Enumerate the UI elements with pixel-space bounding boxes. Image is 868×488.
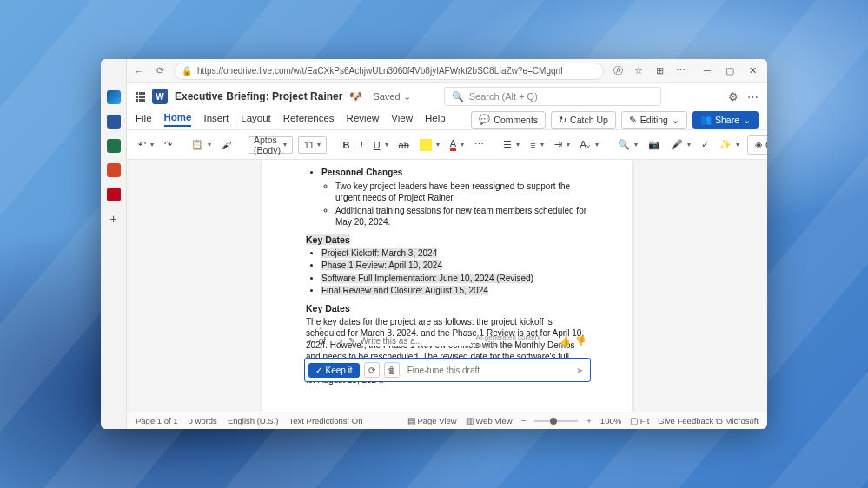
status-predictions[interactable]: Text Predictions: On	[288, 416, 362, 425]
app-word-icon[interactable]	[107, 115, 121, 129]
numbering-icon[interactable]: ≡▾	[527, 138, 546, 152]
tab-insert[interactable]: Insert	[203, 113, 229, 126]
draft-prev-icon[interactable]: <	[309, 337, 314, 346]
back-icon[interactable]: ←	[132, 66, 146, 76]
format-painter-icon[interactable]: 🖌	[219, 138, 234, 152]
app-edge-icon[interactable]	[107, 90, 121, 104]
strikethrough-icon[interactable]: ab	[396, 138, 412, 152]
maximize-icon[interactable]: ▢	[720, 65, 739, 76]
more-title-icon[interactable]: ⋯	[747, 90, 759, 103]
more-browser-icon[interactable]: ⋯	[673, 65, 687, 76]
fit-button[interactable]: ▢ Fit	[630, 416, 649, 425]
more-font-icon[interactable]: ⋯	[472, 137, 487, 152]
dictate-icon[interactable]: 📷	[646, 137, 663, 152]
app-ppt-icon[interactable]	[107, 163, 121, 177]
web-view-button[interactable]: ▥ Web View	[466, 416, 513, 425]
write-as-input[interactable]	[361, 336, 471, 346]
undo-icon[interactable]: ↶▾	[136, 137, 156, 152]
status-lang[interactable]: English (U.S.)	[228, 416, 279, 425]
saved-state[interactable]: Saved ⌄	[373, 91, 410, 102]
page-view-button[interactable]: ▤ Page View	[407, 416, 457, 425]
favorite-icon[interactable]: ☆	[632, 65, 646, 76]
editing-button[interactable]: ✎ Editing ⌄	[621, 111, 687, 129]
mic-icon[interactable]: 🎤▾	[668, 137, 693, 152]
app-excel-icon[interactable]	[107, 139, 121, 153]
tab-review[interactable]: Review	[347, 113, 380, 126]
status-bar: Page 1 of 1 0 words English (U.S.) Text …	[127, 412, 767, 429]
discard-icon[interactable]: 🗑	[384, 362, 400, 378]
font-name-select[interactable]: Aptos (Body)▾	[248, 136, 293, 154]
list-item: Final Review and Closure: August 15, 202…	[321, 286, 488, 295]
app-sidebar: +	[101, 59, 127, 429]
status-words[interactable]: 0 words	[189, 416, 217, 425]
indent-icon[interactable]: ⇥▾	[552, 137, 573, 152]
redo-icon[interactable]: ↷	[162, 137, 175, 152]
doc-title-bar: W Executive Briefing: Project Rainer 🐶 S…	[127, 83, 767, 109]
zoom-slider[interactable]	[534, 420, 578, 422]
editor-icon[interactable]: ✓	[699, 137, 712, 152]
tab-help[interactable]: Help	[425, 113, 446, 126]
find-icon[interactable]: 🔍▾	[615, 137, 640, 152]
refresh-icon[interactable]: ⟳	[153, 65, 167, 76]
tab-home[interactable]: Home	[164, 112, 192, 127]
comments-button[interactable]: 💬 Comments	[471, 111, 546, 129]
zoom-level[interactable]: 100%	[600, 416, 621, 425]
list-item: Project Kickoff: March 3, 2024	[321, 248, 437, 258]
list-item: Phase 1 Review: April 10, 2024	[321, 260, 442, 270]
zoom-in-icon[interactable]: +	[586, 416, 592, 425]
bullets-icon[interactable]: ☰▾	[500, 137, 522, 152]
copilot-button[interactable]: ◈ Copilot	[747, 135, 767, 155]
minimize-icon[interactable]: ─	[698, 65, 717, 76]
doc-emoji-icon: 🐶	[349, 90, 362, 102]
tab-view[interactable]: View	[391, 113, 413, 126]
share-button[interactable]: 👥 Share ⌄	[692, 111, 759, 129]
url-input[interactable]: 🔒 https://onedrive.live.com/w/t/EaCXkPs6…	[174, 63, 604, 80]
settings-icon[interactable]: ⚙	[728, 90, 739, 103]
zoom-out-icon[interactable]: −	[521, 416, 527, 425]
browser-toolbar: ← ⟳ 🔒 https://onedrive.live.com/w/t/EaCX…	[127, 59, 767, 83]
font-size-select[interactable]: 11▾	[298, 136, 327, 154]
draft-next-icon[interactable]: >	[338, 337, 342, 346]
search-icon: 🔍	[452, 91, 464, 102]
fine-tune-input[interactable]	[404, 366, 572, 375]
catchup-button[interactable]: ↻ Catch Up	[551, 111, 616, 129]
close-icon[interactable]: ✕	[743, 65, 762, 76]
designer-icon[interactable]: ✨▾	[717, 137, 742, 152]
list-item: Additional training sessions for new tea…	[335, 205, 588, 228]
read-aloud-icon[interactable]: Ⓐ	[611, 64, 625, 77]
highlight-icon[interactable]: ▾	[417, 137, 442, 153]
ribbon-toolbar: ↶▾ ↷ 📋▾ 🖌 Aptos (Body)▾ 11▾ B I U▾ ab ▾ …	[127, 130, 767, 160]
thumbs-up-icon[interactable]: 👍	[560, 336, 570, 346]
tab-file[interactable]: File	[136, 113, 152, 126]
font-color-icon[interactable]: A▾	[447, 136, 467, 153]
menu-bar: File Home Insert Layout References Revie…	[127, 109, 767, 130]
key-dates-heading: Key Dates	[306, 234, 350, 245]
tab-references[interactable]: References	[283, 113, 335, 126]
thumbs-down-icon[interactable]: 👎	[575, 336, 586, 346]
document-title[interactable]: Executive Briefing: Project Rainer	[175, 90, 342, 102]
submit-icon[interactable]: ➤	[576, 366, 586, 375]
underline-icon[interactable]: U▾	[371, 138, 391, 152]
app-launcher-icon[interactable]	[136, 92, 145, 102]
tab-layout[interactable]: Layout	[241, 113, 271, 126]
app-pinterest-icon[interactable]	[107, 188, 121, 201]
personnel-heading: Personnel Changes	[321, 168, 402, 177]
search-input[interactable]: 🔍 Search (Alt + Q)	[444, 87, 661, 106]
feedback-button[interactable]: Give Feedback to Microsoft	[658, 416, 759, 425]
document-canvas: Personnel Changes Two key project leader…	[127, 160, 767, 412]
list-item: Two key project leaders have been reassi…	[335, 181, 588, 204]
bold-icon[interactable]: B	[341, 138, 353, 152]
regenerate-icon[interactable]: ⟳	[364, 362, 380, 378]
keep-it-button[interactable]: ✓ Keep it	[308, 363, 360, 378]
draft-page-indicator: 1 of 1	[319, 326, 334, 355]
sidebar-add-icon[interactable]: +	[109, 212, 116, 226]
pencil-icon: ✎	[348, 336, 355, 346]
italic-icon[interactable]: I	[358, 138, 366, 152]
styles-icon[interactable]: Aᵥ▾	[578, 137, 601, 152]
status-page[interactable]: Page 1 of 1	[136, 416, 178, 425]
collections-icon[interactable]: ⊞	[653, 65, 666, 76]
ai-disclaimer: AI-generated content may be incorrect	[476, 333, 554, 349]
copilot-draft-toolbar: < 1 of 1 > ✎ AI-generated content may be…	[304, 324, 591, 382]
word-logo-icon: W	[152, 89, 168, 104]
paste-icon[interactable]: 📋▾	[189, 137, 214, 152]
